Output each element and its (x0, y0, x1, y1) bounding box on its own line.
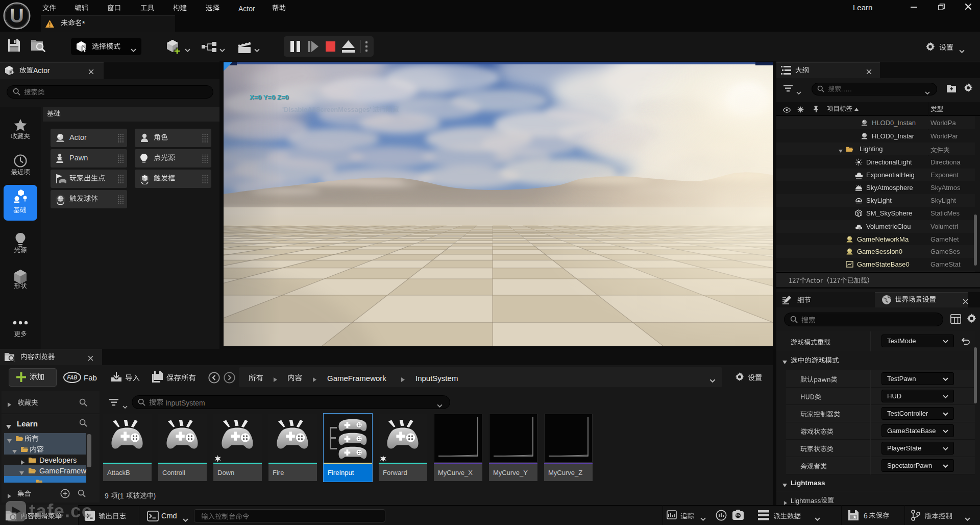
svg-text:U: U (10, 5, 23, 27)
svg-text:FAB: FAB (67, 375, 78, 380)
